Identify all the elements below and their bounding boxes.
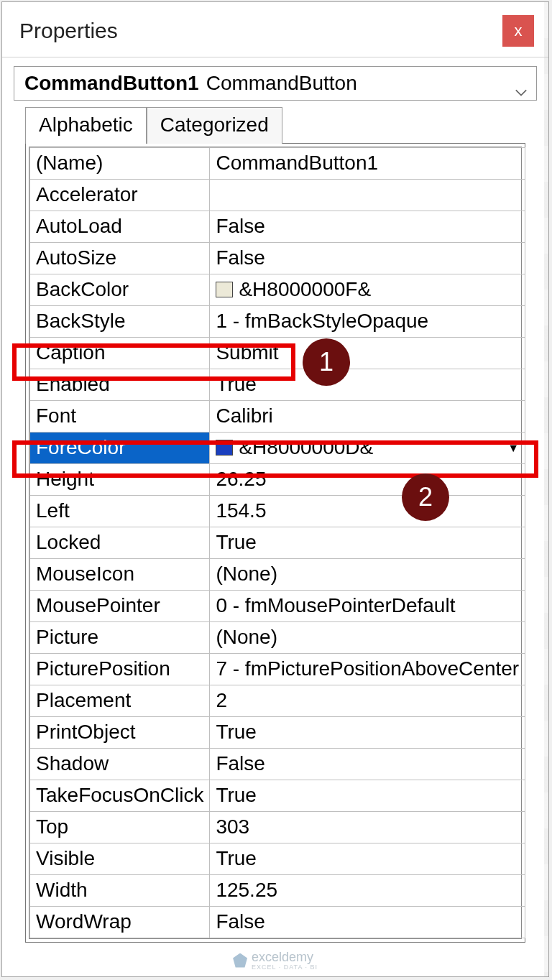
- property-name[interactable]: Left: [30, 496, 210, 527]
- dropdown-arrow-icon[interactable]: ▼: [507, 442, 519, 455]
- property-name[interactable]: Height: [30, 464, 210, 496]
- property-value[interactable]: [210, 180, 525, 211]
- property-name[interactable]: Top: [30, 812, 210, 843]
- property-name[interactable]: Picture: [30, 622, 210, 654]
- property-value-text: 26.25: [216, 468, 266, 490]
- property-value[interactable]: True: [210, 843, 525, 875]
- property-row[interactable]: WordWrapFalse: [30, 907, 525, 938]
- property-value[interactable]: False: [210, 907, 525, 938]
- tab-categorized[interactable]: Categorized: [147, 107, 282, 144]
- property-value[interactable]: CommandButton1: [210, 148, 525, 180]
- property-row[interactable]: Picture(None): [30, 622, 525, 654]
- property-name[interactable]: WordWrap: [30, 907, 210, 938]
- property-value[interactable]: 303: [210, 812, 525, 843]
- property-value[interactable]: True: [210, 717, 525, 749]
- property-value[interactable]: &H8000000D&▼: [210, 433, 525, 464]
- property-value-text: 2: [216, 689, 227, 711]
- property-value[interactable]: Calibri: [210, 401, 525, 433]
- watermark-logo-icon: [233, 953, 247, 968]
- property-row[interactable]: MousePointer0 - fmMousePointerDefault: [30, 591, 525, 622]
- color-swatch: [216, 282, 233, 297]
- property-name[interactable]: Accelerator: [30, 180, 210, 211]
- property-row[interactable]: Placement2: [30, 685, 525, 717]
- property-value[interactable]: 26.25: [210, 464, 525, 496]
- property-value-text: Calibri: [216, 405, 272, 427]
- property-name[interactable]: Placement: [30, 685, 210, 717]
- property-name[interactable]: (Name): [30, 148, 210, 180]
- property-row[interactable]: BackColor&H8000000F&: [30, 274, 525, 306]
- object-selector[interactable]: CommandButton1 CommandButton: [14, 66, 537, 101]
- property-row[interactable]: Height26.25: [30, 464, 525, 496]
- property-row[interactable]: AutoLoadFalse: [30, 211, 525, 243]
- property-name[interactable]: BackStyle: [30, 306, 210, 338]
- object-selector-wrap: CommandButton1 CommandButton Alphabetic …: [2, 57, 548, 943]
- property-row[interactable]: LockedTrue: [30, 527, 525, 559]
- property-value-text: 7 - fmPicturePositionAboveCenter: [216, 657, 519, 680]
- property-name[interactable]: Font: [30, 401, 210, 433]
- property-value-text: &H8000000F&: [239, 278, 371, 300]
- property-value[interactable]: 125.25: [210, 875, 525, 907]
- tab-alphabetic[interactable]: Alphabetic: [25, 107, 147, 144]
- callout-1: 1: [303, 338, 350, 386]
- property-value[interactable]: 1 - fmBackStyleOpaque: [210, 306, 525, 338]
- property-value[interactable]: False: [210, 749, 525, 780]
- property-value[interactable]: False: [210, 211, 525, 243]
- property-value[interactable]: &H8000000F&: [210, 274, 525, 306]
- property-name[interactable]: PrintObject: [30, 717, 210, 749]
- property-name[interactable]: Shadow: [30, 749, 210, 780]
- property-name[interactable]: AutoSize: [30, 243, 210, 274]
- property-value-text: (None): [216, 563, 277, 585]
- property-row[interactable]: (Name)CommandButton1: [30, 148, 525, 180]
- property-name[interactable]: Enabled: [30, 369, 210, 401]
- property-row[interactable]: MouseIcon(None): [30, 559, 525, 591]
- close-button[interactable]: x: [502, 15, 534, 47]
- property-row[interactable]: Left154.5: [30, 496, 525, 527]
- property-name[interactable]: Width: [30, 875, 210, 907]
- property-value-text: CommandButton1: [216, 152, 378, 174]
- property-name[interactable]: PicturePosition: [30, 654, 210, 685]
- property-row[interactable]: Top303: [30, 812, 525, 843]
- property-name[interactable]: MousePointer: [30, 591, 210, 622]
- property-value[interactable]: False: [210, 243, 525, 274]
- property-name[interactable]: Visible: [30, 843, 210, 875]
- object-name: CommandButton1: [24, 72, 199, 95]
- property-value[interactable]: (None): [210, 559, 525, 591]
- property-value[interactable]: 0 - fmMousePointerDefault: [210, 591, 525, 622]
- property-row[interactable]: AutoSizeFalse: [30, 243, 525, 274]
- tab-bar: Alphabetic Categorized: [14, 106, 537, 143]
- property-row[interactable]: Accelerator: [30, 180, 525, 211]
- property-row[interactable]: EnabledTrue: [30, 369, 525, 401]
- right-edge-decoration: [544, 2, 548, 976]
- property-row[interactable]: ShadowFalse: [30, 749, 525, 780]
- property-value[interactable]: 7 - fmPicturePositionAboveCenter: [210, 654, 525, 685]
- property-value[interactable]: True: [210, 369, 525, 401]
- property-name[interactable]: ForeColor: [30, 433, 210, 464]
- property-name[interactable]: AutoLoad: [30, 211, 210, 243]
- property-row[interactable]: PicturePosition7 - fmPicturePositionAbov…: [30, 654, 525, 685]
- property-row[interactable]: TakeFocusOnClickTrue: [30, 780, 525, 812]
- property-row[interactable]: BackStyle1 - fmBackStyleOpaque: [30, 306, 525, 338]
- property-name[interactable]: Caption: [30, 338, 210, 369]
- property-row[interactable]: PrintObjectTrue: [30, 717, 525, 749]
- property-value[interactable]: (None): [210, 622, 525, 654]
- callout-2: 2: [402, 473, 449, 521]
- property-value[interactable]: 2: [210, 685, 525, 717]
- property-row[interactable]: Width125.25: [30, 875, 525, 907]
- property-value-text: False: [216, 215, 264, 237]
- property-row[interactable]: VisibleTrue: [30, 843, 525, 875]
- property-row[interactable]: ForeColor&H8000000D&▼: [30, 433, 525, 464]
- property-value-text: True: [216, 721, 257, 743]
- property-row[interactable]: FontCalibri: [30, 401, 525, 433]
- property-value[interactable]: Submit: [210, 338, 525, 369]
- property-value[interactable]: True: [210, 780, 525, 812]
- property-row[interactable]: CaptionSubmit: [30, 338, 525, 369]
- property-value[interactable]: True: [210, 527, 525, 559]
- property-name[interactable]: TakeFocusOnClick: [30, 780, 210, 812]
- property-value[interactable]: 154.5: [210, 496, 525, 527]
- property-name[interactable]: MouseIcon: [30, 559, 210, 591]
- property-value-text: 125.25: [216, 879, 277, 901]
- property-name[interactable]: Locked: [30, 527, 210, 559]
- property-name[interactable]: BackColor: [30, 274, 210, 306]
- property-value-text: True: [216, 531, 257, 553]
- property-value-text: (None): [216, 626, 277, 648]
